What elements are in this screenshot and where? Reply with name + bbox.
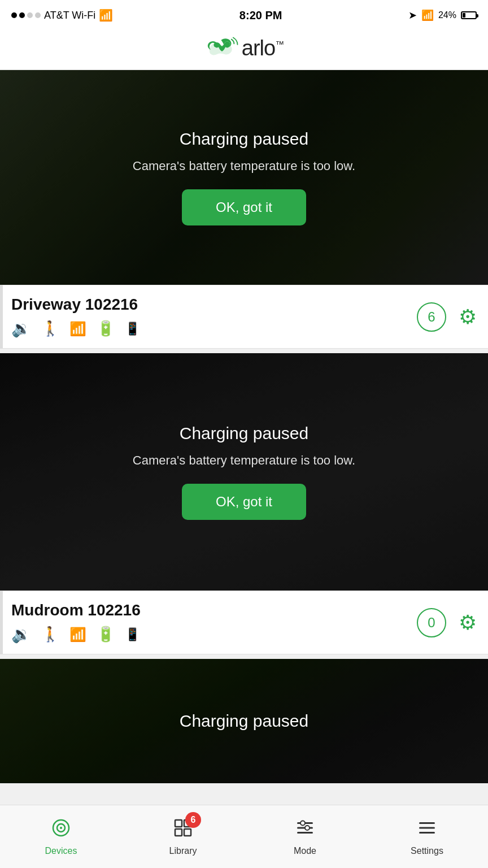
- status-bar: AT&T Wi-Fi 📶 8:20 PM ➤ 📶 24%: [0, 0, 488, 28]
- svg-point-10: [300, 821, 305, 825]
- bluetooth-icon: 📶: [421, 9, 434, 21]
- svg-point-2: [60, 827, 62, 829]
- time-display: 8:20 PM: [239, 9, 282, 22]
- nav-library[interactable]: 6 Library: [122, 805, 244, 868]
- audio-icon-2: 🔉: [11, 625, 31, 644]
- arlo-wordmark: arlo™: [242, 36, 284, 60]
- motion-icon-1: 🚶: [41, 320, 59, 337]
- devices-svg-icon: [51, 818, 71, 838]
- ok-button-2[interactable]: OK, got it: [182, 484, 306, 520]
- devices-label: Devices: [45, 846, 77, 856]
- svg-rect-13: [419, 827, 435, 828]
- devices-icon: [51, 818, 71, 843]
- camera-1-icons: 🔉 🚶 📶 🔋 📱: [11, 319, 140, 338]
- carrier-label: AT&T Wi-Fi: [44, 10, 95, 21]
- library-badge: 6: [185, 812, 201, 828]
- svg-rect-6: [184, 829, 191, 836]
- charging-subtitle-1: Camera's battery temperature is too low.: [133, 159, 355, 173]
- camera-1-left: Driveway 102216 🔉 🚶 📶 🔋 📱: [11, 296, 140, 338]
- mode-label: Mode: [294, 846, 316, 856]
- notif-badge-1[interactable]: 6: [417, 302, 446, 332]
- settings-icon-2[interactable]: ⚙: [459, 611, 477, 635]
- signal-dot-1: [11, 12, 17, 18]
- mode-svg-icon: [295, 818, 315, 838]
- svg-point-11: [305, 826, 310, 830]
- camera-info-row-2: Mudroom 102216 🔉 🚶 📶 🔋 📱 0 ⚙: [0, 591, 488, 654]
- camera-info-row-1: Driveway 102216 🔉 🚶 📶 🔋 📱: [0, 285, 488, 349]
- signal-dot-4: [35, 12, 41, 18]
- camera-1-right: 6 ⚙: [417, 302, 477, 332]
- charging-title-1: Charging paused: [180, 129, 309, 149]
- camera-overlay-1: Charging paused Camera's battery tempera…: [0, 70, 488, 285]
- wifi-status-icon-1: 📶: [69, 321, 86, 337]
- camera-card-2: Charging paused Camera's battery tempera…: [0, 353, 488, 654]
- settings-label: Settings: [411, 846, 443, 856]
- camera-view-2: Charging paused Camera's battery tempera…: [0, 353, 488, 591]
- charging-subtitle-2: Camera's battery temperature is too low.: [133, 453, 355, 468]
- battery-low-icon-1: 🔋: [97, 320, 115, 337]
- notif-badge-2[interactable]: 0: [417, 608, 446, 637]
- status-right: ➤ 📶 24%: [408, 9, 477, 21]
- camera-overlay-2: Charging paused Camera's battery tempera…: [0, 353, 488, 591]
- nav-devices[interactable]: Devices: [0, 805, 122, 868]
- camera-2-right: 0 ⚙: [417, 608, 477, 637]
- bottom-nav: Devices 6 Library Mode: [0, 805, 488, 868]
- signal-dot-3: [27, 12, 33, 18]
- camera-view-1: Charging paused Camera's battery tempera…: [0, 70, 488, 285]
- location-icon: ➤: [408, 9, 417, 21]
- nav-mode[interactable]: Mode: [244, 805, 366, 868]
- camera-2-icons: 🔉 🚶 📶 🔋 📱: [11, 625, 141, 644]
- battery-icon: [461, 11, 477, 19]
- device-icon-1: 📱: [125, 322, 140, 336]
- camera-view-3: Charging paused: [0, 659, 488, 783]
- arlo-bird-icon: [204, 37, 239, 60]
- camera-1-name: Driveway 102216: [11, 296, 140, 314]
- settings-icon-1[interactable]: ⚙: [459, 305, 477, 329]
- camera-card-3: Charging paused: [0, 659, 488, 783]
- status-left: AT&T Wi-Fi 📶: [11, 8, 113, 22]
- camera-overlay-3: Charging paused: [0, 659, 488, 783]
- device-icon-2: 📱: [125, 627, 140, 642]
- svg-rect-5: [175, 829, 182, 836]
- wifi-status-icon-2: 📶: [69, 627, 86, 643]
- library-label: Library: [169, 846, 197, 856]
- wifi-icon: 📶: [99, 8, 113, 22]
- mode-icon: [295, 818, 315, 843]
- camera-card-1: Charging paused Camera's battery tempera…: [0, 70, 488, 349]
- audio-icon-1: 🔉: [11, 319, 31, 338]
- nav-settings[interactable]: Settings: [366, 805, 488, 868]
- charging-title-2: Charging paused: [180, 424, 309, 443]
- ok-button-1[interactable]: OK, got it: [182, 189, 306, 225]
- charging-title-3: Charging paused: [180, 711, 309, 731]
- battery-percent: 24%: [438, 10, 456, 20]
- signal-dots: [11, 12, 41, 18]
- camera-2-left: Mudroom 102216 🔉 🚶 📶 🔋 📱: [11, 601, 141, 644]
- arlo-logo: arlo™: [204, 36, 284, 60]
- battery-low-icon-2: 🔋: [97, 626, 115, 643]
- motion-icon-2: 🚶: [41, 626, 59, 643]
- svg-rect-3: [175, 820, 182, 827]
- svg-rect-9: [297, 832, 313, 834]
- svg-rect-14: [419, 832, 435, 834]
- signal-dot-2: [19, 12, 25, 18]
- svg-rect-12: [419, 822, 435, 824]
- camera-2-name: Mudroom 102216: [11, 601, 141, 619]
- app-header: arlo™: [0, 28, 488, 70]
- battery-fill: [463, 13, 465, 18]
- settings-svg-icon: [417, 818, 437, 838]
- settings-icon: [417, 818, 437, 843]
